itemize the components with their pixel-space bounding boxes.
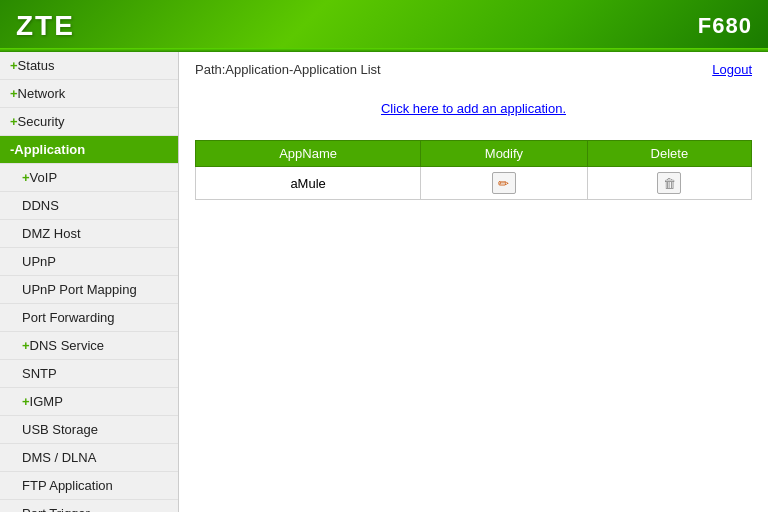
sidebar: +Status+Network+Security-Application+VoI… bbox=[0, 52, 179, 512]
application-table: AppName Modify Delete aMule bbox=[195, 140, 752, 200]
logout-button[interactable]: Logout bbox=[712, 62, 752, 77]
table-header-row: AppName Modify Delete bbox=[196, 141, 752, 167]
sidebar-item-dns-service[interactable]: +DNS Service bbox=[0, 332, 178, 360]
delete-button[interactable] bbox=[657, 172, 681, 194]
sidebar-item-ddns[interactable]: DDNS bbox=[0, 192, 178, 220]
breadcrumb: Path:Application-Application List Logout bbox=[195, 62, 752, 77]
sidebar-item-network[interactable]: +Network bbox=[0, 80, 178, 108]
sidebar-item-igmp[interactable]: +IGMP bbox=[0, 388, 178, 416]
sidebar-item-upnp[interactable]: UPnP bbox=[0, 248, 178, 276]
breadcrumb-text: Path:Application-Application List bbox=[195, 62, 381, 77]
pencil-icon bbox=[498, 176, 509, 191]
sidebar-item-port-trigger[interactable]: Port Trigger bbox=[0, 500, 178, 512]
sidebar-item-dmz-host[interactable]: DMZ Host bbox=[0, 220, 178, 248]
sidebar-item-voip[interactable]: +VoIP bbox=[0, 164, 178, 192]
modify-button[interactable] bbox=[492, 172, 516, 194]
table-row: aMule bbox=[196, 167, 752, 200]
col-appname: AppName bbox=[196, 141, 421, 167]
sidebar-item-upnp-port-mapping[interactable]: UPnP Port Mapping bbox=[0, 276, 178, 304]
modify-cell bbox=[421, 167, 587, 200]
sidebar-item-port-forwarding[interactable]: Port Forwarding bbox=[0, 304, 178, 332]
add-application-link[interactable]: Click here to add an application. bbox=[195, 93, 752, 124]
sidebar-item-security[interactable]: +Security bbox=[0, 108, 178, 136]
sidebar-item-ftp-application[interactable]: FTP Application bbox=[0, 472, 178, 500]
trash-icon bbox=[663, 176, 676, 191]
col-delete: Delete bbox=[587, 141, 751, 167]
main-content: Path:Application-Application List Logout… bbox=[179, 52, 768, 512]
zte-logo: ZTE bbox=[16, 10, 75, 42]
delete-cell bbox=[587, 167, 751, 200]
sidebar-item-application[interactable]: -Application bbox=[0, 136, 178, 164]
header: ZTE F680 bbox=[0, 0, 768, 52]
sidebar-item-sntp[interactable]: SNTP bbox=[0, 360, 178, 388]
layout: +Status+Network+Security-Application+VoI… bbox=[0, 52, 768, 512]
sidebar-item-dms-dlna[interactable]: DMS / DLNA bbox=[0, 444, 178, 472]
col-modify: Modify bbox=[421, 141, 587, 167]
app-name-cell: aMule bbox=[196, 167, 421, 200]
sidebar-item-usb-storage[interactable]: USB Storage bbox=[0, 416, 178, 444]
model-name: F680 bbox=[698, 13, 752, 39]
sidebar-item-status[interactable]: +Status bbox=[0, 52, 178, 80]
